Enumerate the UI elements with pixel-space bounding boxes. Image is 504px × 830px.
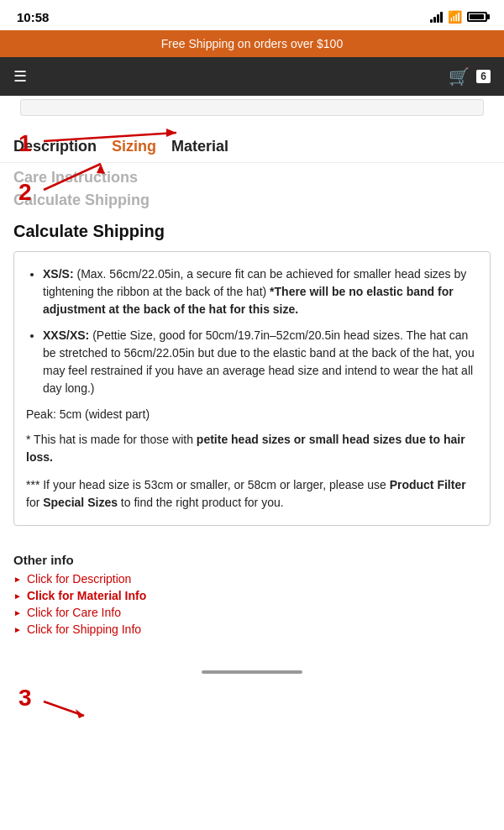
list-item-xxs: XXS/XS: (Pettie Size, good for 50cm/19.7… [43, 327, 478, 397]
other-info-link-shipping[interactable]: ► Click for Shipping Info [13, 622, 491, 636]
ghost-headings: Care Instructions Calculate Shipping [0, 163, 504, 215]
tab-sizing[interactable]: Sizing [112, 134, 171, 159]
tabs-area: Description Sizing Material [0, 119, 504, 163]
status-time: 10:58 [17, 10, 49, 24]
svg-marker-5 [76, 709, 84, 718]
list-item-xs: XS/S: (Max. 56cm/22.05in, a secure fit c… [43, 265, 478, 318]
signal-icon [430, 11, 443, 23]
ghost-shipping: Calculate Shipping [13, 189, 491, 212]
ghost-care: Care Instructions [13, 166, 491, 189]
tab-description[interactable]: Description [13, 134, 112, 159]
annotation-3: 3 [18, 685, 32, 711]
tab-material[interactable]: Material [171, 134, 244, 159]
status-icons: 📶 [430, 10, 487, 24]
battery-icon [467, 12, 487, 22]
tabs-row: Description Sizing Material [13, 128, 491, 162]
other-info-link-description[interactable]: ► Click for Description [13, 572, 491, 586]
hamburger-icon[interactable]: ☰ [13, 67, 27, 86]
arrow-tri-icon-4: ► [13, 625, 22, 634]
arrow-tri-icon: ► [13, 575, 22, 584]
scroll-hint-top [0, 96, 504, 119]
status-bar: 10:58 📶 [0, 0, 504, 30]
nav-bar: ☰ 🛒 6 [0, 57, 504, 96]
promo-banner: Free Shipping on orders over $100 [0, 30, 504, 57]
other-info-link-care[interactable]: ► Click for Care Info [13, 606, 491, 619]
wifi-icon: 📶 [448, 10, 462, 24]
home-bar [202, 670, 302, 674]
arrow-tri-icon-2: ► [13, 591, 22, 601]
svg-line-4 [44, 701, 84, 716]
peak-note: Peak: 5cm (widest part) [26, 407, 478, 421]
other-info-title: Other info [13, 553, 491, 567]
petite-note: * This hat is made for those with petite… [26, 431, 478, 466]
home-indicator [0, 663, 504, 681]
cart-icon[interactable]: 🛒 [449, 66, 470, 87]
filter-note: *** If your head size is 53cm or smaller… [26, 476, 478, 512]
other-info-section: Other info ► Click for Description ► Cli… [0, 553, 504, 656]
cart-badge: 6 [476, 70, 491, 83]
other-info-link-material[interactable]: ► Click for Material Info [13, 589, 491, 602]
sizing-content-box: XS/S: (Max. 56cm/22.05in, a secure fit c… [13, 251, 491, 526]
sizing-bullet-list: XS/S: (Max. 56cm/22.05in, a secure fit c… [26, 265, 478, 397]
arrow-tri-icon-3: ► [13, 608, 22, 617]
main-content: Calculate Shipping XS/S: (Max. 56cm/22.0… [0, 215, 504, 553]
nav-right: 🛒 6 [449, 66, 491, 87]
search-hint [20, 99, 484, 116]
section-title: Calculate Shipping [13, 222, 491, 241]
